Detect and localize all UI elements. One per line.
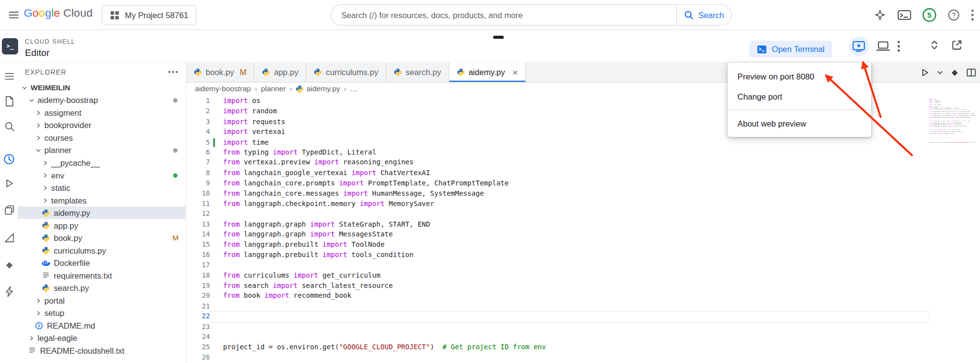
usage-badge[interactable]: 5 bbox=[923, 8, 936, 22]
code-line-20[interactable]: 20from book import recommend_book bbox=[186, 291, 929, 302]
minimap[interactable]: import osimport randomimport requestsimp… bbox=[929, 99, 975, 146]
code-line-9[interactable]: 9from langchain_core.prompts import Prom… bbox=[186, 179, 929, 189]
tree-folder-WEIMEILIN[interactable]: WEIMEILIN bbox=[18, 81, 186, 94]
gemini-diamond-icon[interactable] bbox=[950, 68, 959, 77]
tree-file-aidemy.py[interactable]: aidemy.py bbox=[18, 207, 186, 219]
search-input[interactable] bbox=[331, 5, 676, 25]
tree-folder-templates[interactable]: templates bbox=[18, 194, 186, 207]
code-line-18[interactable]: 18from curriculums import get_curriculum bbox=[186, 271, 929, 281]
run-debug-icon[interactable] bbox=[3, 177, 15, 189]
tab-app.py[interactable]: app.py bbox=[255, 63, 307, 82]
tree-file-Dockerfile[interactable]: Dockerfile bbox=[18, 257, 186, 269]
breadcrumb-item[interactable]: … bbox=[350, 84, 358, 93]
breadcrumb-item[interactable]: planner bbox=[261, 84, 286, 93]
open-in-new-icon[interactable] bbox=[951, 39, 962, 51]
tree-folder-static[interactable]: static bbox=[18, 182, 186, 194]
more-actions-icon[interactable] bbox=[168, 71, 178, 73]
close-icon[interactable]: × bbox=[513, 68, 518, 77]
help-icon[interactable]: ? bbox=[948, 9, 960, 22]
menu-item-about-web-preview[interactable]: About web preview bbox=[728, 113, 871, 133]
web-preview-button[interactable] bbox=[849, 36, 869, 56]
code-line-21[interactable]: 21 bbox=[186, 302, 929, 312]
code-line-5[interactable]: 5import time bbox=[186, 137, 929, 148]
tree-file-requirements.txt[interactable]: requirements.txt bbox=[18, 269, 186, 282]
breadcrumb-item[interactable]: aidemy.py bbox=[296, 84, 340, 93]
tree-folder-aidemy-boostrap[interactable]: aidemy-boostrap bbox=[18, 94, 186, 106]
expand-collapse-icon[interactable] bbox=[930, 39, 939, 51]
terminal-panel-icon[interactable] bbox=[876, 41, 890, 52]
tree-file-curriculums.py[interactable]: curriculums.py bbox=[18, 244, 186, 257]
google-cloud-logo[interactable]: Google Cloud bbox=[24, 7, 92, 20]
menu-divider bbox=[728, 109, 871, 110]
tree-folder-setup[interactable]: setup bbox=[18, 307, 186, 319]
breadcrumb-item[interactable]: aidemy-boostrap bbox=[195, 84, 251, 93]
panel-drag-handle[interactable] bbox=[493, 36, 504, 39]
tree-folder-legal-eagle[interactable]: legal-eagle bbox=[18, 332, 186, 344]
menu-item-preview-on-port-8080[interactable]: Preview on port 8080 bbox=[728, 66, 871, 86]
search-button[interactable]: Search bbox=[676, 5, 731, 25]
git-status-dot bbox=[173, 173, 177, 178]
code-line-13[interactable]: 13from langgraph.graph import StateGraph… bbox=[186, 219, 929, 230]
code-line-15[interactable]: 15from langgraph.prebuilt import ToolNod… bbox=[186, 240, 929, 250]
tree-file-app.py[interactable]: app.py bbox=[18, 219, 186, 232]
main-menu-icon[interactable] bbox=[6, 7, 22, 23]
cloud-shell-icon[interactable] bbox=[898, 9, 911, 21]
split-editor-icon[interactable] bbox=[966, 68, 976, 78]
tree-file-README.md[interactable]: README.md bbox=[18, 319, 186, 332]
code-line-17[interactable]: 17 bbox=[186, 260, 929, 271]
tree-folder-planner[interactable]: planner bbox=[18, 144, 186, 156]
code-line-22[interactable]: 22 bbox=[186, 311, 929, 322]
code-line-10[interactable]: 10from langchain_core.messages import Hu… bbox=[186, 189, 929, 199]
tree-folder-env[interactable]: env bbox=[18, 169, 186, 182]
menu-icon[interactable] bbox=[3, 70, 15, 82]
kebab-menu-icon[interactable] bbox=[898, 41, 900, 52]
windows-icon[interactable] bbox=[3, 204, 15, 216]
cloud-shell-logo-icon: >_ bbox=[2, 38, 18, 54]
code-line-19[interactable]: 19from search import search_latest_resou… bbox=[186, 281, 929, 291]
line-number: 2 bbox=[186, 106, 210, 117]
menu-item-change-port[interactable]: Change port bbox=[728, 86, 871, 106]
tab-search.py[interactable]: search.py bbox=[387, 63, 449, 82]
run-file-icon[interactable] bbox=[920, 68, 930, 78]
code-line-16[interactable]: 16from langgraph.prebuilt import tools_c… bbox=[186, 250, 929, 260]
gemini-sparkle-icon[interactable] bbox=[874, 9, 886, 22]
tree-file-book.py[interactable]: book.pyM bbox=[18, 232, 186, 244]
code-line-8[interactable]: 8from langchain_google_vertexai import C… bbox=[186, 168, 929, 179]
search-code-icon[interactable] bbox=[3, 120, 15, 132]
tree-folder-courses[interactable]: courses bbox=[18, 131, 186, 144]
ruler-icon[interactable] bbox=[3, 232, 15, 243]
code-line-23[interactable]: 23 bbox=[186, 322, 929, 332]
code-line-26[interactable]: 26 bbox=[186, 353, 929, 363]
code-line-12[interactable]: 12 bbox=[186, 209, 929, 219]
chevron-down-icon[interactable] bbox=[937, 70, 943, 75]
code-line-24[interactable]: 24 bbox=[186, 332, 929, 342]
code-line-25[interactable]: 25project_id = os.environ.get("GOOGLE_CL… bbox=[186, 342, 929, 353]
code-line-14[interactable]: 14from langgraph.graph import MessagesSt… bbox=[186, 230, 929, 240]
code-line-6[interactable]: 6from typing import TypedDict, Literal bbox=[186, 148, 929, 158]
gemini-diamond-icon[interactable] bbox=[3, 259, 15, 271]
tree-file-README-cloudshell.txt[interactable]: README-cloudshell.txt bbox=[18, 344, 186, 357]
tree-folder-assigment[interactable]: assigment bbox=[18, 106, 186, 119]
tree-folder-portal[interactable]: portal bbox=[18, 294, 186, 307]
tree-file-search.py[interactable]: search.py bbox=[18, 282, 186, 294]
tab-curriculums.py[interactable]: curriculums.py bbox=[307, 63, 387, 82]
code-line-11[interactable]: 11from langgraph.checkpoint.memory impor… bbox=[186, 199, 929, 209]
tree-folder-bookprovider[interactable]: bookprovider bbox=[18, 119, 186, 131]
tree-item-label: book.py bbox=[54, 233, 82, 242]
file-icon[interactable] bbox=[3, 95, 15, 107]
tab-book.py[interactable]: book.pyM bbox=[186, 63, 255, 82]
code-line-7[interactable]: 7from vertexai.preview import reasoning_… bbox=[186, 158, 929, 168]
open-terminal-button[interactable]: Open Terminal bbox=[749, 41, 832, 57]
explorer-panel: EXPLORER WEIMEILINaidemy-boostrapassigme… bbox=[18, 63, 186, 363]
chevron-down-icon bbox=[20, 84, 29, 91]
project-selector-button[interactable]: My Project 58761 bbox=[102, 5, 196, 25]
tree-item-label: requirements.txt bbox=[54, 271, 112, 280]
tab-aidemy.py[interactable]: aidemy.py× bbox=[449, 63, 526, 82]
code-text bbox=[210, 322, 929, 332]
tree-item-label: aidemy.py bbox=[54, 208, 90, 217]
kebab-menu-icon[interactable] bbox=[971, 9, 974, 21]
code-text: from langgraph.prebuilt import ToolNode bbox=[210, 240, 929, 250]
history-clock-icon[interactable] bbox=[3, 153, 15, 165]
tree-folder-__pycache__[interactable]: __pycache__ bbox=[18, 156, 186, 169]
bolt-icon[interactable] bbox=[3, 285, 15, 297]
